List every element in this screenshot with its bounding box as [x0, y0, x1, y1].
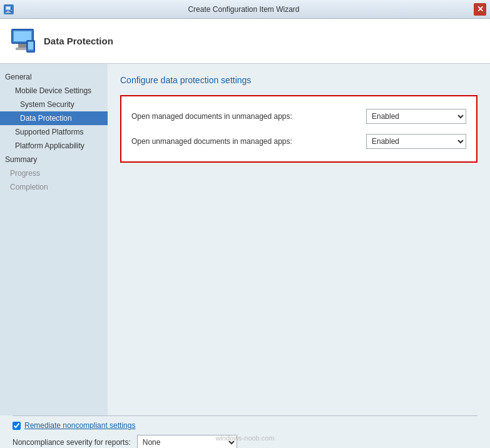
sidebar-item-progress: Progress: [0, 166, 108, 180]
wizard-body: General Mobile Device Settings System Se…: [0, 64, 490, 415]
sidebar-item-mobile-device-settings[interactable]: Mobile Device Settings: [0, 84, 108, 98]
setting-label-managed-unmanaged: Open managed documents in unmanaged apps…: [131, 112, 366, 121]
svg-rect-1: [6, 7, 10, 9]
main-content: Configure data protection settings Open …: [108, 64, 490, 415]
title-bar-left: [4, 4, 14, 14]
sidebar: General Mobile Device Settings System Se…: [0, 64, 108, 415]
sidebar-item-general: General: [0, 70, 108, 84]
app-icon: [4, 4, 14, 14]
noncompliance-select[interactable]: None Informational Warning Critical Crit…: [137, 435, 237, 448]
noncompliance-row: Noncompliance severity for reports: None…: [13, 435, 477, 448]
wizard-header: Data Protection: [0, 19, 490, 64]
header-icon: [10, 29, 35, 54]
setting-row-managed-unmanaged: Open managed documents in unmanaged apps…: [131, 104, 466, 129]
setting-select-unmanaged-managed[interactable]: Enabled Disabled Not Configured: [366, 134, 466, 149]
close-button[interactable]: ✕: [474, 3, 486, 16]
sidebar-item-data-protection[interactable]: Data Protection: [0, 111, 108, 125]
setting-select-managed-unmanaged[interactable]: Enabled Disabled Not Configured: [366, 109, 466, 124]
title-bar-title: Create Configuration Item Wizard: [14, 5, 474, 14]
remediate-label[interactable]: Remediate noncompliant settings: [24, 421, 135, 430]
svg-rect-3: [6, 12, 11, 13]
setting-row-unmanaged-managed: Open unmanaged documents in managed apps…: [131, 129, 466, 154]
bottom-section: Remediate noncompliant settings Noncompl…: [0, 415, 490, 448]
noncompliance-label: Noncompliance severity for reports:: [13, 438, 131, 447]
setting-label-unmanaged-managed: Open unmanaged documents in managed apps…: [131, 137, 366, 146]
settings-box: Open managed documents in unmanaged apps…: [120, 95, 477, 163]
sidebar-item-supported-platforms[interactable]: Supported Platforms: [0, 125, 108, 139]
sidebar-item-system-security[interactable]: System Security: [0, 98, 108, 111]
divider: [13, 415, 477, 416]
remediate-checkbox[interactable]: [13, 422, 21, 430]
remediate-row: Remediate noncompliant settings: [13, 421, 477, 430]
svg-rect-5: [11, 9, 13, 11]
title-bar: Create Configuration Item Wizard ✕: [0, 0, 490, 19]
header-title: Data Protection: [44, 36, 113, 46]
sidebar-item-summary: Summary: [0, 153, 108, 166]
sidebar-item-completion: Completion: [0, 180, 108, 194]
svg-rect-2: [7, 11, 9, 12]
sidebar-item-platform-applicability[interactable]: Platform Applicability: [0, 139, 108, 153]
section-title: Configure data protection settings: [120, 75, 477, 85]
